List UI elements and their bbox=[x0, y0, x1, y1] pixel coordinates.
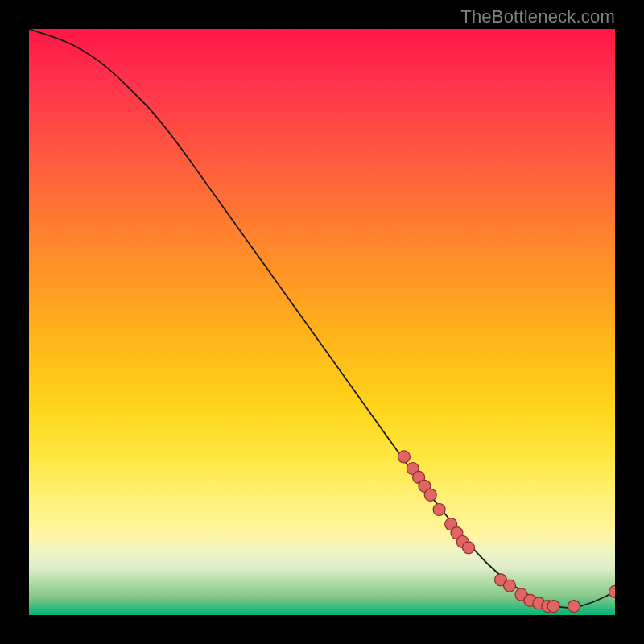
data-marker bbox=[398, 451, 410, 463]
curve-line bbox=[29, 29, 615, 608]
data-marker bbox=[609, 585, 616, 597]
data-markers bbox=[398, 451, 615, 613]
plot-area bbox=[29, 29, 615, 615]
data-marker bbox=[504, 580, 516, 592]
data-marker bbox=[547, 601, 559, 613]
chart-stage: TheBottleneck.com bbox=[0, 0, 644, 644]
watermark-text: TheBottleneck.com bbox=[460, 6, 615, 27]
data-marker bbox=[568, 601, 580, 613]
data-marker bbox=[424, 489, 436, 501]
chart-svg bbox=[29, 29, 615, 615]
data-marker bbox=[433, 504, 445, 516]
data-marker bbox=[463, 542, 475, 554]
